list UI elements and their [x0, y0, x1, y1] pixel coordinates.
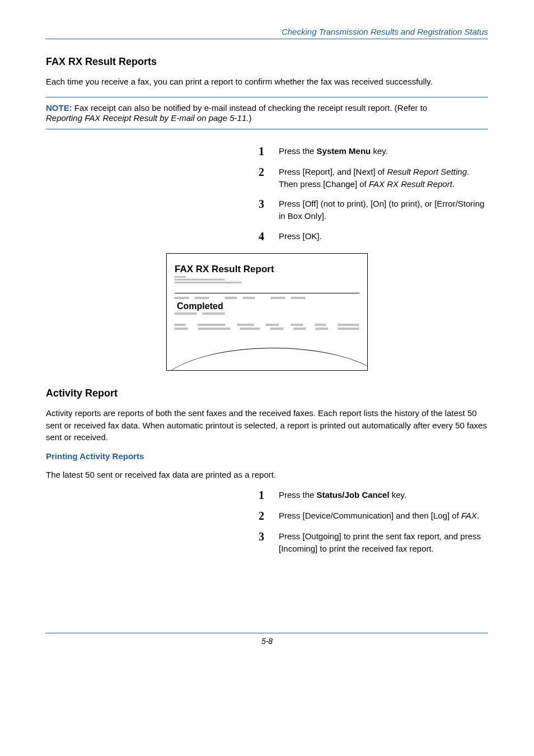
step-number: 2: [259, 166, 279, 179]
step-ital2: FAX RX Result Report: [369, 179, 452, 189]
footer-rule: [46, 633, 488, 633]
step-bold: System Menu: [317, 146, 371, 156]
section2-intro: Activity reports are reports of both the…: [46, 407, 488, 444]
step-ital: FAX: [461, 511, 477, 520]
step-pre: Press the: [279, 146, 317, 156]
step-3b: 3 Press [Outgoing] to print the sent fax…: [259, 530, 488, 555]
note-box: NOTE: Fax receipt can also be notified b…: [46, 97, 488, 129]
step-post: key.: [371, 146, 388, 156]
step-text: Press [Outgoing] to print the sent fax r…: [279, 530, 488, 555]
report-hr: [175, 293, 359, 293]
step-text: Press [Device/Communication] and then [L…: [279, 510, 479, 522]
note-text: Fax receipt can also be notified by e-ma…: [72, 103, 427, 113]
report-figure: FAX RX Result Report Completed: [166, 253, 368, 371]
step-number: 3: [259, 198, 279, 211]
note-label: NOTE:: [46, 103, 72, 113]
step-pre: Press [OK].: [279, 231, 322, 241]
step-1b: 1 Press the Status/Job Cancel key.: [259, 489, 488, 502]
step-number: 4: [259, 230, 279, 243]
step-number: 1: [259, 145, 279, 158]
step-number: 1: [259, 489, 279, 502]
section2-title: Activity Report: [46, 388, 488, 399]
step-text: Press [OK].: [279, 230, 322, 242]
step-number: 3: [259, 530, 279, 543]
step-bold: Status/Job Cancel: [317, 490, 390, 500]
section1-intro: Each time you receive a fax, you can pri…: [46, 76, 488, 88]
step-4: 4 Press [OK].: [259, 230, 488, 243]
step-post: key.: [390, 490, 407, 500]
step-pre: Press the: [279, 490, 317, 500]
running-header: Checking Transmission Results and Regist…: [46, 27, 488, 36]
step-text: Press the System Menu key.: [279, 145, 388, 157]
step-post: .: [477, 511, 479, 520]
report-status: Completed: [177, 301, 359, 311]
note-ref: Reporting FAX Receipt Result by E-mail o…: [46, 113, 249, 123]
report-row-placeholder3: [175, 324, 359, 326]
section2-subhead: Printing Activity Reports: [46, 451, 488, 461]
step-text: Press [Report], and [Next] of Result Rep…: [279, 166, 488, 190]
section2-steps: 1 Press the Status/Job Cancel key. 2 Pre…: [259, 489, 488, 555]
step-post: .: [452, 179, 455, 189]
report-row-placeholder4: [175, 328, 359, 330]
page-number: 5-8: [46, 637, 488, 646]
step-ital: Result Report Setting: [387, 167, 467, 176]
section2-subintro: The latest 50 sent or received fax data …: [46, 469, 488, 481]
step-3: 3 Press [Off] (not to print), [On] (to p…: [259, 198, 488, 222]
report-row-placeholder: [175, 297, 359, 299]
step-number: 2: [259, 510, 279, 522]
step-2b: 2 Press [Device/Communication] and then …: [259, 510, 488, 522]
step-pre: Press [Off] (not to print), [On] (to pri…: [279, 199, 484, 221]
step-text: Press the Status/Job Cancel key.: [279, 489, 406, 501]
report-sub-placeholder: [175, 276, 359, 290]
step-pre: Press [Outgoing] to print the sent fax r…: [279, 531, 481, 553]
step-pre: Press [Device/Communication] and then [L…: [279, 511, 461, 520]
step-2: 2 Press [Report], and [Next] of Result R…: [259, 166, 488, 190]
section1-title: FAX RX Result Reports: [46, 56, 488, 68]
report-figure-wrap: FAX RX Result Report Completed: [46, 253, 488, 371]
header-rule: [46, 39, 488, 39]
step-1: 1 Press the System Menu key.: [259, 145, 488, 158]
note-close: ): [249, 113, 251, 123]
section1-steps: 1 Press the System Menu key. 2 Press [Re…: [259, 145, 488, 243]
report-title: FAX RX Result Report: [175, 264, 359, 275]
report-curve: [166, 348, 368, 371]
step-text: Press [Off] (not to print), [On] (to pri…: [279, 198, 488, 222]
step-pre: Press [Report], and [Next] of: [279, 167, 387, 176]
